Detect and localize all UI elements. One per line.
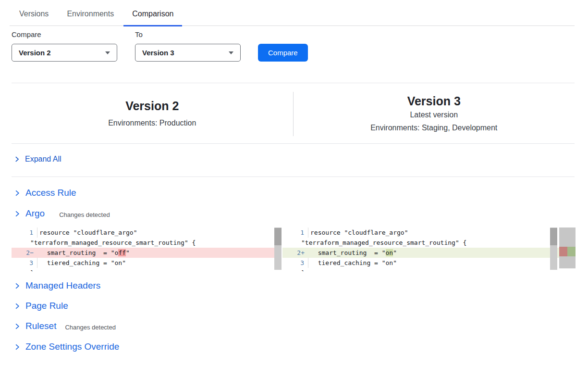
section-zone-settings-override[interactable]: Zone Settings Override — [13, 341, 119, 352]
section-page-rule[interactable]: Page Rule — [13, 301, 68, 311]
diff-line-number: 3 — [282, 258, 308, 268]
argo-diff: 1resource "cloudflare_argo""terraform_ma… — [12, 227, 576, 272]
to-label: To — [135, 30, 241, 39]
chevron-right-icon — [13, 282, 21, 290]
section-label[interactable]: Zone Settings Override — [25, 341, 119, 352]
compare-to-select[interactable]: Version 3 — [135, 44, 241, 62]
diff-panel-right: 1resource "cloudflare_argo""terraform_ma… — [282, 227, 576, 272]
compare-label: Compare — [12, 30, 117, 39]
compare-from-select[interactable]: Version 2 — [12, 44, 117, 62]
diff-line-number: 3 — [12, 258, 37, 268]
divider — [12, 177, 575, 177]
diff-line: "terraform_managed_resource_smart_routin… — [282, 238, 576, 248]
divider — [12, 143, 575, 144]
compare-from-value: Version 2 — [19, 49, 51, 57]
expand-all-row[interactable]: Expand All — [13, 155, 61, 164]
section-ruleset[interactable]: Ruleset Changes detected — [13, 321, 116, 331]
tab-bar: Versions Environments Comparison — [10, 0, 575, 26]
diff-overview-ruler[interactable] — [559, 227, 576, 268]
version-left-header: Version 2 Environments: Production — [12, 89, 293, 139]
expand-all-link[interactable]: Expand All — [25, 155, 61, 164]
diff-line-number: 1 — [12, 227, 37, 238]
compare-form: Compare Version 2 To Version 3 Compare — [12, 30, 308, 62]
section-label[interactable]: Page Rule — [25, 301, 68, 311]
diff-line: } — [282, 268, 576, 271]
section-label[interactable]: Access Rule — [25, 188, 76, 198]
chevron-down-icon — [105, 51, 110, 54]
version-right-environments: Environments: Staging, Development — [370, 121, 497, 134]
chevron-right-icon — [13, 323, 21, 330]
chevron-right-icon — [13, 156, 20, 163]
section-label[interactable]: Ruleset — [25, 321, 56, 331]
chevron-right-icon — [13, 343, 21, 351]
section-label[interactable]: Managed Headers — [25, 280, 100, 291]
version-right-title: Version 3 — [407, 94, 461, 108]
scrollbar-thumb[interactable] — [550, 228, 557, 245]
diff-line-number: 2+ — [282, 248, 308, 258]
version-headers: Version 2 Environments: Production Versi… — [12, 89, 575, 139]
chevron-right-icon — [13, 190, 21, 197]
tab-versions[interactable]: Versions — [19, 2, 49, 25]
diff-line: } — [12, 268, 282, 271]
diff-line-number: 2− — [12, 248, 37, 258]
section-managed-headers[interactable]: Managed Headers — [13, 280, 100, 291]
changes-detected-badge: Changes detected — [59, 209, 110, 218]
version-left-title: Version 2 — [125, 99, 179, 113]
diff-line: 1resource "cloudflare_argo" — [282, 227, 576, 238]
section-label[interactable]: Argo — [25, 208, 45, 219]
version-right-header: Version 3 Latest version Environments: S… — [294, 89, 575, 139]
scrollbar-thumb[interactable] — [274, 228, 282, 245]
divider — [12, 83, 575, 83]
compare-to-value: Version 3 — [142, 49, 174, 57]
diff-change-marker — [559, 247, 576, 256]
chevron-right-icon — [13, 303, 21, 310]
diff-line: 1resource "cloudflare_argo" — [12, 227, 282, 238]
diff-line: 3 tiered_caching = "on" — [282, 258, 576, 268]
diff-line: 2− smart_routing = "off" — [12, 248, 282, 258]
chevron-right-icon — [13, 210, 21, 217]
section-access-rule[interactable]: Access Rule — [13, 188, 76, 198]
diff-panel-left: 1resource "cloudflare_argo""terraform_ma… — [12, 227, 282, 272]
scrollbar[interactable] — [550, 227, 557, 270]
compare-button[interactable]: Compare — [258, 44, 308, 62]
diff-line: 2+ smart_routing = "on" — [282, 248, 576, 258]
diff-line-number: 1 — [282, 227, 308, 238]
diff-line: 3 tiered_caching = "on" — [12, 258, 282, 268]
chevron-down-icon — [229, 51, 233, 54]
section-argo[interactable]: Argo Changes detected — [13, 208, 110, 219]
changes-detected-badge: Changes detected — [65, 322, 116, 331]
scrollbar[interactable] — [274, 227, 282, 270]
tab-environments[interactable]: Environments — [67, 2, 114, 25]
tab-comparison[interactable]: Comparison — [132, 2, 173, 25]
version-left-environments: Environments: Production — [108, 116, 196, 129]
diff-line: "terraform_managed_resource_smart_routin… — [12, 238, 282, 248]
version-right-subtitle: Latest version — [410, 108, 458, 121]
